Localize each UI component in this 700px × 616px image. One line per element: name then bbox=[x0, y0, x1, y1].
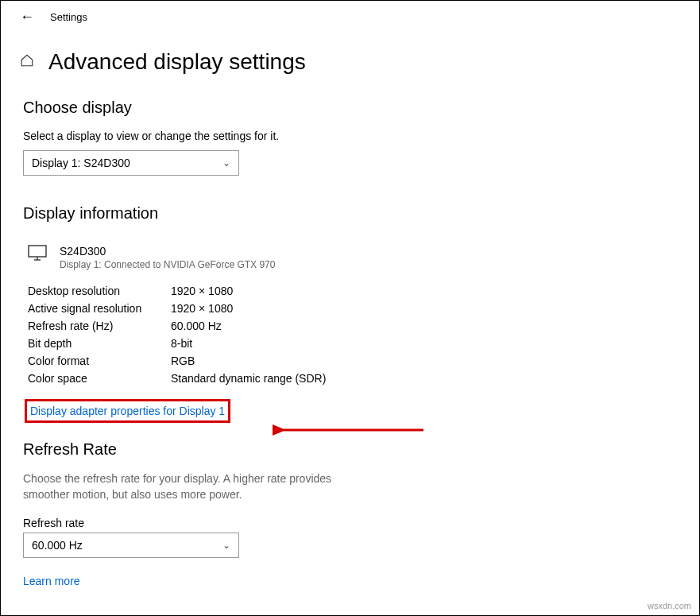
display-info-table: Desktop resolution 1920 × 1080 Active si… bbox=[28, 285, 677, 385]
info-value: RGB bbox=[171, 354, 195, 367]
svg-rect-0 bbox=[29, 246, 46, 257]
monitor-connection: Display 1: Connected to NVIDIA GeForce G… bbox=[60, 259, 275, 270]
refresh-rate-desc: Choose the refresh rate for your display… bbox=[23, 471, 373, 502]
watermark: wsxdn.com bbox=[648, 601, 691, 610]
learn-more-link[interactable]: Learn more bbox=[23, 575, 80, 587]
back-icon[interactable]: ← bbox=[20, 9, 34, 25]
display-info-heading: Display information bbox=[23, 204, 677, 223]
table-row: Desktop resolution 1920 × 1080 bbox=[28, 285, 677, 297]
chevron-down-icon: ⌄ bbox=[222, 540, 230, 551]
info-label: Desktop resolution bbox=[28, 285, 171, 297]
info-value: 8-bit bbox=[171, 337, 192, 350]
refresh-rate-dropdown[interactable]: 60.000 Hz ⌄ bbox=[23, 533, 239, 558]
info-label: Color space bbox=[28, 372, 171, 385]
info-value: 1920 × 1080 bbox=[171, 302, 233, 315]
info-label: Bit depth bbox=[28, 337, 171, 350]
window-title: Settings bbox=[50, 11, 87, 23]
refresh-rate-value: 60.000 Hz bbox=[32, 539, 83, 552]
home-icon[interactable] bbox=[20, 53, 34, 72]
annotation-arrow-icon bbox=[273, 420, 431, 443]
chevron-down-icon: ⌄ bbox=[222, 157, 230, 169]
choose-display-subtext: Select a display to view or change the s… bbox=[23, 130, 677, 142]
display-select-dropdown[interactable]: Display 1: S24D300 ⌄ bbox=[23, 150, 239, 176]
page-title: Advanced display settings bbox=[48, 49, 306, 75]
refresh-rate-heading: Refresh Rate bbox=[23, 440, 677, 459]
refresh-rate-label: Refresh rate bbox=[23, 517, 677, 529]
info-value: Standard dynamic range (SDR) bbox=[171, 372, 326, 385]
table-row: Color format RGB bbox=[28, 354, 677, 367]
monitor-icon bbox=[28, 245, 47, 264]
info-value: 60.000 Hz bbox=[171, 320, 222, 332]
display-select-value: Display 1: S24D300 bbox=[32, 157, 130, 169]
display-adapter-link[interactable]: Display adapter properties for Display 1 bbox=[30, 405, 225, 417]
table-row: Refresh rate (Hz) 60.000 Hz bbox=[28, 320, 677, 332]
table-row: Bit depth 8-bit bbox=[28, 337, 677, 350]
monitor-name: S24D300 bbox=[60, 245, 275, 258]
info-label: Active signal resolution bbox=[28, 302, 171, 315]
info-value: 1920 × 1080 bbox=[171, 285, 233, 297]
choose-display-heading: Choose display bbox=[23, 99, 677, 117]
info-label: Refresh rate (Hz) bbox=[28, 320, 171, 332]
table-row: Active signal resolution 1920 × 1080 bbox=[28, 302, 677, 315]
highlight-box: Display adapter properties for Display 1 bbox=[25, 399, 230, 423]
info-label: Color format bbox=[28, 354, 171, 367]
table-row: Color space Standard dynamic range (SDR) bbox=[28, 372, 677, 385]
